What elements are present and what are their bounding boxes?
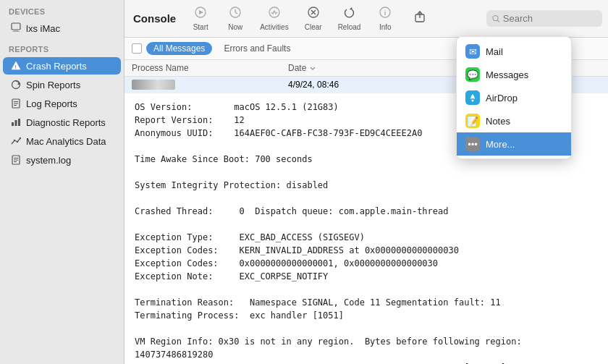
log-reports-icon [10,98,22,109]
now-icon [229,6,242,22]
crash-reports-icon: ! [10,60,22,72]
messages-icon: 💬 [465,67,480,82]
reload-icon [342,6,355,22]
sidebar-item-mac-analytics[interactable]: Mac Analytics Data [3,132,121,150]
clear-button[interactable]: Clear [297,3,329,34]
share-more-item[interactable]: ••• More... [457,132,571,156]
log-reports-label: Log Reports [26,98,77,109]
reload-label: Reload [338,23,361,31]
mail-label: Mail [486,46,503,57]
svg-rect-9 [12,122,14,126]
svg-point-31 [493,15,498,20]
share-notes-item[interactable]: 📝 Notes [457,109,571,132]
activities-button[interactable]: Activities [254,3,294,34]
svg-rect-0 [12,23,20,30]
sidebar-item-system-log[interactable]: system.log [3,151,121,169]
svg-rect-2 [12,31,20,32]
all-messages-filter[interactable]: All Messages [146,42,212,55]
svg-rect-11 [18,119,20,126]
share-button[interactable] [404,8,436,30]
search-input[interactable] [503,13,596,24]
svg-marker-20 [199,10,203,14]
svg-rect-1 [14,30,18,31]
info-label: Info [379,23,392,31]
process-thumbnail [132,80,175,90]
info-button[interactable]: i Info [369,3,401,34]
sidebar-item-crash-reports[interactable]: ! Crash Reports [3,57,121,75]
start-icon [194,6,207,22]
svg-rect-10 [15,120,17,126]
clear-label: Clear [305,23,322,31]
messages-label: Messages [486,69,528,80]
activities-icon [268,6,281,22]
now-label: Now [228,23,242,31]
airdrop-label: AirDrop [486,93,518,103]
svg-point-13 [17,141,18,143]
clear-icon [307,6,320,22]
reports-section-label: Reports [0,38,124,56]
notes-icon: 📝 [465,114,480,128]
svg-text:!: ! [14,64,17,70]
errors-faults-filter[interactable]: Errors and Faults [216,42,297,55]
airdrop-icon [465,90,480,105]
share-airdrop-item[interactable]: AirDrop [457,86,571,109]
more-label: More... [486,139,515,150]
info-icon: i [379,6,392,22]
reload-button[interactable]: Reload [332,3,367,34]
system-log-icon [10,154,22,166]
crash-reports-label: Crash Reports [26,61,87,72]
svg-point-24 [269,7,279,17]
start-label: Start [193,23,208,31]
search-icon [492,14,500,23]
svg-line-32 [497,20,499,22]
sidebar-item-spin-reports[interactable]: Spin Reports [3,76,121,93]
now-button[interactable]: Now [219,3,251,34]
devices-section-label: Devices [0,0,124,19]
diagnostic-reports-icon [10,117,22,128]
sidebar-item-device[interactable]: lxs iMac [3,20,121,37]
share-messages-item[interactable]: 💬 Messages [457,63,571,86]
start-button[interactable]: Start [185,3,216,34]
spin-reports-label: Spin Reports [26,80,80,90]
imac-icon [10,22,22,34]
diagnostic-reports-label: Diagnostic Reports [26,117,106,128]
search-box[interactable] [486,10,602,27]
svg-point-14 [20,137,21,139]
app-title: Console [130,12,176,25]
more-icon: ••• [465,137,480,151]
share-dropdown: ✉ Mail 💬 Messages AirDrop 📝 Notes ••• Mo… [456,36,572,159]
share-mail-item[interactable]: ✉ Mail [457,40,571,63]
svg-line-23 [235,12,237,14]
mail-icon: ✉ [465,44,480,59]
system-log-label: system.log [26,155,71,166]
svg-point-12 [14,140,15,141]
device-name: lxs iMac [26,23,60,34]
notes-label: Notes [486,116,510,127]
share-icon [413,11,426,27]
col-process-header: Process Name [132,63,288,73]
mac-analytics-icon [10,135,22,147]
svg-point-33 [472,100,474,102]
sort-icon [309,64,316,72]
spin-reports-icon [10,79,22,90]
toolbar: Console Start Now Activities Clear [124,0,608,38]
sidebar-item-diagnostic-reports[interactable]: Diagnostic Reports [3,114,121,131]
row-process-name [132,80,288,90]
sidebar: Devices lxs iMac Reports ! Crash Reports [0,0,124,364]
sidebar-item-log-reports[interactable]: Log Reports [3,95,121,112]
mac-analytics-label: Mac Analytics Data [26,136,106,147]
svg-text:i: i [384,9,387,17]
select-all-checkbox[interactable] [132,43,142,54]
activities-label: Activities [260,23,288,31]
main-content: Console Start Now Activities Clear [124,0,608,364]
